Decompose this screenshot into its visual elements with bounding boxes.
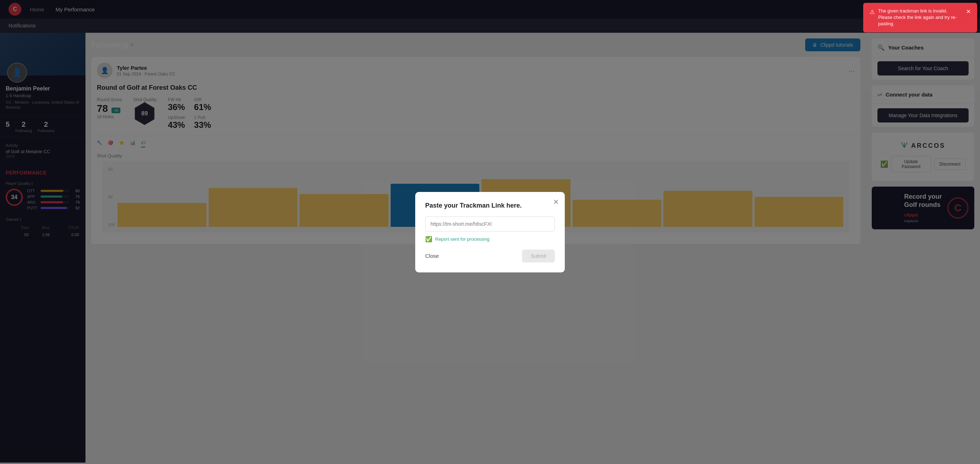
modal-footer: Close Submit: [425, 249, 555, 262]
error-toast: ⚠ The given trackman link is invalid. Pl…: [863, 3, 977, 32]
toast-warning-icon: ⚠: [870, 8, 875, 16]
toast-message: The given trackman link is invalid. Plea…: [878, 8, 963, 27]
modal-overlay[interactable]: Paste your Trackman Link here. ✕ ✅ Repor…: [0, 0, 980, 464]
trackman-modal: Paste your Trackman Link here. ✕ ✅ Repor…: [415, 192, 565, 272]
trackman-link-input[interactable]: [425, 216, 555, 232]
modal-title: Paste your Trackman Link here.: [425, 202, 555, 210]
modal-close-button[interactable]: Close: [425, 250, 439, 262]
success-text: Report sent for processing: [435, 237, 489, 242]
success-check-icon: ✅: [425, 236, 432, 243]
modal-close-icon-button[interactable]: ✕: [553, 198, 559, 206]
modal-success-message: ✅ Report sent for processing: [425, 236, 555, 243]
toast-close-button[interactable]: ✕: [966, 8, 971, 16]
modal-submit-button[interactable]: Submit: [522, 249, 555, 262]
